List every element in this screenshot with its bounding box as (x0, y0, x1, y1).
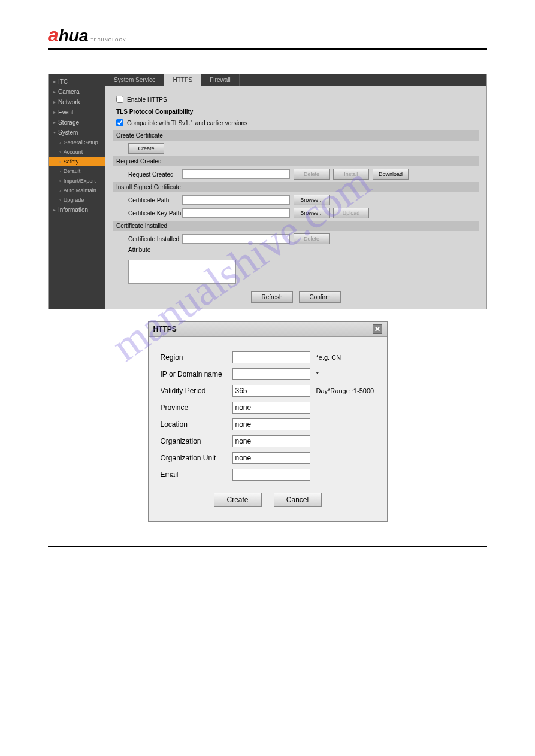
request-created-header: Request Created (113, 156, 479, 166)
sidebar-item-information[interactable]: ▸Information (49, 205, 105, 215)
install-signed-header: Install Signed Certificate (113, 182, 479, 192)
tab-firewall[interactable]: Firewall (201, 74, 239, 86)
delete-button[interactable]: Delete (294, 169, 330, 180)
dialog-titlebar: HTTPS ✕ (149, 322, 387, 337)
sidebar-item-system[interactable]: ▾System (49, 127, 105, 138)
chevron-right-icon: ▸ (53, 110, 56, 115)
validity-input[interactable] (232, 385, 310, 397)
attribute-label: Attribute (116, 247, 182, 253)
chevron-right-icon: › (59, 140, 61, 145)
cert-installed-label: Certificate Installed (116, 236, 182, 242)
compatible-checkbox[interactable] (116, 119, 123, 126)
chevron-right-icon: ▸ (53, 89, 56, 95)
region-input[interactable] (232, 351, 310, 363)
cert-key-path-label: Certificate Key Path (116, 210, 182, 217)
sidebar-label: Default (64, 168, 81, 174)
org-unit-input[interactable] (232, 452, 310, 464)
ip-domain-input[interactable] (232, 368, 310, 380)
create-cert-header: Create Certificate (113, 130, 479, 141)
location-label: Location (161, 420, 232, 429)
dialog-create-button[interactable]: Create (214, 493, 262, 507)
organization-input[interactable] (232, 435, 310, 447)
tab-system-service[interactable]: System Service (105, 74, 164, 86)
sidebar-label: Information (58, 207, 88, 213)
tab-bar: System Service HTTPS Firewall (105, 74, 486, 86)
sidebar-sub-general[interactable]: ›General Setup (49, 138, 105, 147)
region-label: Region (161, 353, 232, 362)
validity-hint: Day*Range :1-5000 (316, 387, 374, 394)
sidebar-label: Storage (58, 119, 79, 126)
close-icon: ✕ (374, 325, 380, 333)
sidebar-label: System (58, 129, 78, 136)
chevron-right-icon: › (59, 178, 61, 184)
sidebar-item-network[interactable]: ▸Network (49, 97, 105, 107)
sidebar-sub-auto-maintain[interactable]: ›Auto Maintain (49, 186, 105, 195)
https-dialog: HTTPS ✕ Region *e.g. CN IP or Domain nam… (148, 321, 388, 522)
close-button[interactable]: ✕ (373, 324, 382, 334)
location-input[interactable] (232, 418, 310, 430)
page-header: ahua TECHNOLOGY (48, 24, 487, 50)
upload-button[interactable]: Upload (333, 208, 369, 218)
sidebar-sub-import-export[interactable]: ›Import/Export (49, 176, 105, 186)
dialog-cancel-button[interactable]: Cancel (274, 493, 322, 507)
chevron-right-icon: › (59, 159, 61, 165)
logo-sub: TECHNOLOGY (91, 38, 126, 42)
email-label: Email (161, 470, 232, 479)
cert-key-path-input[interactable] (182, 208, 290, 218)
logo-prefix: a (48, 24, 59, 46)
refresh-button[interactable]: Refresh (251, 291, 293, 303)
https-config-panel: ▸ITC ▸Camera ▸Network ▸Event ▸Storage ▾S… (48, 74, 487, 309)
download-button[interactable]: Download (373, 169, 409, 180)
validity-label: Validity Period (161, 387, 232, 395)
enable-https-checkbox[interactable] (116, 96, 123, 103)
sidebar-label: Auto Maintain (64, 187, 96, 193)
dialog-title: HTTPS (153, 325, 177, 333)
sidebar: ▸ITC ▸Camera ▸Network ▸Event ▸Storage ▾S… (49, 74, 105, 309)
delete-cert-button[interactable]: Delete (294, 233, 330, 244)
sidebar-item-camera[interactable]: ▸Camera (49, 87, 105, 97)
brand-logo: ahua TECHNOLOGY (48, 24, 487, 46)
tab-https[interactable]: HTTPS (164, 74, 201, 86)
sidebar-sub-upgrade[interactable]: ›Upgrade (49, 195, 105, 205)
sidebar-item-storage[interactable]: ▸Storage (49, 117, 105, 127)
org-unit-label: Organization Unit (161, 454, 232, 462)
chevron-right-icon: › (59, 188, 61, 193)
page-footer (48, 546, 487, 547)
sidebar-label: Event (58, 109, 74, 116)
install-button[interactable]: Install (333, 169, 369, 180)
logo-text: hua (59, 26, 89, 45)
chevron-down-icon: ▾ (53, 130, 56, 135)
create-button[interactable]: Create (128, 143, 164, 154)
sidebar-label: Upgrade (64, 197, 84, 203)
sidebar-sub-account[interactable]: ›Account (49, 147, 105, 157)
request-created-label: Request Created (116, 171, 182, 178)
request-created-input[interactable] (182, 169, 290, 179)
sidebar-sub-default[interactable]: ›Default (49, 166, 105, 176)
province-input[interactable] (232, 402, 310, 414)
organization-label: Organization (161, 437, 232, 445)
browse-cert-button[interactable]: Browse... (294, 195, 330, 205)
cert-installed-input[interactable] (182, 234, 290, 244)
sidebar-label: General Setup (64, 139, 98, 145)
province-label: Province (161, 403, 232, 412)
browse-key-button[interactable]: Browse... (294, 208, 330, 218)
confirm-button[interactable]: Confirm (299, 291, 341, 303)
main-area: System Service HTTPS Firewall Enable HTT… (105, 74, 486, 309)
chevron-right-icon: ▸ (53, 207, 56, 212)
email-input[interactable] (232, 469, 310, 481)
sidebar-item-event[interactable]: ▸Event (49, 107, 105, 117)
region-hint: *e.g. CN (316, 354, 341, 361)
attribute-textarea[interactable] (128, 260, 236, 284)
cert-installed-header: Certificate Installed (113, 221, 479, 231)
tls-section-header: TLS Protocol Compatibility (116, 108, 476, 115)
sidebar-label: Camera (58, 89, 80, 95)
chevron-right-icon: › (59, 198, 61, 203)
cert-path-input[interactable] (182, 195, 290, 205)
chevron-right-icon: ▸ (53, 99, 56, 105)
sidebar-sub-safety[interactable]: ›Safety (49, 157, 105, 166)
sidebar-item-itc[interactable]: ▸ITC (49, 77, 105, 87)
ip-domain-hint: * (316, 371, 319, 378)
chevron-right-icon: ▸ (53, 120, 56, 125)
sidebar-label: Account (64, 149, 83, 155)
dialog-body: Region *e.g. CN IP or Domain name * Vali… (149, 337, 387, 521)
